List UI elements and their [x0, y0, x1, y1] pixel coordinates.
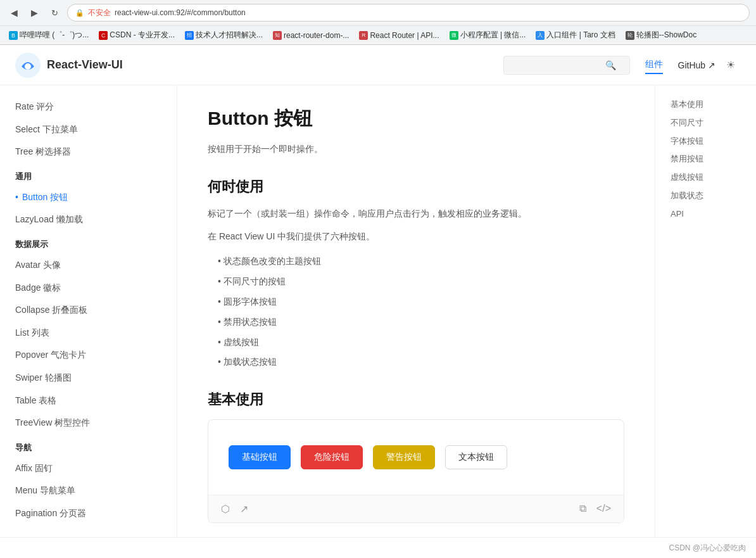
sidebar-item-swiper[interactable]: Swiper 轮播图 — [0, 367, 177, 390]
section-text-1: 标记了一个（或封装一组）操作命令，响应用户点击行为，触发相应的业务逻辑。 — [208, 206, 624, 222]
bookmark-favicon-bilibili: B — [9, 31, 18, 40]
sidebar-item-rate[interactable]: Rate 评分 — [0, 96, 177, 118]
bookmark-reactrouter[interactable]: R React Router | API... — [355, 30, 443, 41]
page-footer: CSDN @冯心心爱吃肉 — [0, 537, 756, 558]
bullet-item-5: 加载状态按钮 — [218, 352, 624, 372]
sidebar-item-label: Button 按钮 — [22, 191, 68, 204]
sidebar-item-label: Affix 固钉 — [15, 462, 53, 475]
search-input[interactable] — [512, 60, 600, 70]
sidebar-item-avatar[interactable]: Avatar 头像 — [0, 254, 177, 277]
toc-item-4[interactable]: 虚线按钮 — [665, 168, 746, 187]
sidebar-group-0: Rate 评分 Select 下拉菜单 Tree 树选择器 — [0, 96, 177, 163]
bookmark-label: 小程序配置 | 微信... — [460, 30, 526, 41]
bookmark-favicon-reactrouter: R — [359, 31, 368, 40]
logo-icon — [15, 53, 41, 78]
sidebar-item-label: Tree 树选择器 — [15, 146, 71, 158]
nav-components[interactable]: 组件 — [645, 56, 663, 74]
page-title: Button 按钮 — [208, 106, 624, 132]
theme-toggle-button[interactable]: ☀ — [721, 55, 741, 75]
sidebar-item-label: Swiper 轮播图 — [15, 372, 72, 384]
nav-github[interactable]: GitHub ↗ — [678, 58, 715, 73]
sidebar-item-button[interactable]: Button 按钮 — [0, 186, 177, 209]
expand-icon[interactable]: ⬡ — [218, 502, 232, 516]
sidebar-item-tree[interactable]: Tree 树选择器 — [0, 141, 177, 163]
toc-item-6[interactable]: API — [665, 205, 746, 224]
bookmark-label: CSDN - 专业开发... — [110, 30, 175, 41]
demo-warning-button[interactable]: 警告按钮 — [373, 445, 435, 469]
code-icon[interactable]: </> — [594, 502, 614, 516]
header-search[interactable]: 🔍 — [503, 56, 630, 75]
demo-footer-right: ⧉ </> — [577, 502, 614, 516]
section-text-2: 在 React View UI 中我们提供了六种按钮。 — [208, 229, 624, 244]
header-nav: 组件 GitHub ↗ — [645, 56, 715, 74]
bookmark-csdn[interactable]: C CSDN - 专业开发... — [95, 29, 179, 42]
demo-footer: ⬡ ↗ ⧉ </> — [208, 495, 624, 523]
reload-button[interactable]: ↻ — [47, 5, 62, 20]
sidebar-group-title-nav: 导航 — [0, 434, 177, 457]
sidebar-item-collapse[interactable]: Collapse 折叠面板 — [0, 299, 177, 322]
section-basic-use-title: 基本使用 — [208, 390, 624, 409]
sidebar-item-label: TreeView 树型控件 — [15, 417, 90, 429]
page-description: 按钮用于开始一个即时操作。 — [208, 142, 624, 157]
bookmark-router[interactable]: 知 react-router-dom-... — [269, 30, 353, 41]
sidebar-item-label: Table 表格 — [15, 395, 56, 407]
bookmark-tech[interactable]: 招 技术人才招聘解决... — [181, 29, 267, 42]
bookmark-favicon-taro: 入 — [536, 31, 545, 40]
bullet-item-3: 禁用状态按钮 — [218, 312, 624, 333]
bookmark-taro[interactable]: 入 入口组件 | Taro 文档 — [532, 29, 619, 42]
sidebar-item-treeview[interactable]: TreeView 树型控件 — [0, 412, 177, 434]
bookmark-showdoc[interactable]: 轮 轮播图--ShowDoc — [622, 29, 700, 42]
sidebar-group-nav: 导航 Affix 固钉 Menu 导航菜单 Pagination 分页器 — [0, 434, 177, 525]
address-bar[interactable]: 🔒 不安全 react-view-ui.com:92/#/common/butt… — [67, 4, 750, 22]
copy-icon[interactable]: ⧉ — [577, 502, 589, 516]
sidebar: Rate 评分 Select 下拉菜单 Tree 树选择器 通用 Button … — [0, 86, 177, 537]
toc-item-2[interactable]: 字体按钮 — [665, 132, 746, 151]
content-area: Rate 评分 Select 下拉菜单 Tree 树选择器 通用 Button … — [0, 86, 756, 537]
sidebar-item-label: Avatar 头像 — [15, 259, 61, 272]
browser-toolbar: ◀ ▶ ↻ 🔒 不安全 react-view-ui.com:92/#/commo… — [0, 0, 756, 25]
svg-point-1 — [25, 63, 31, 70]
bullet-item-4: 虚线按钮 — [218, 333, 624, 353]
sidebar-item-affix[interactable]: Affix 固钉 — [0, 457, 177, 480]
sidebar-item-label: LazyLoad 懒加载 — [15, 213, 83, 226]
sidebar-item-label: Badge 徽标 — [15, 282, 61, 295]
sidebar-group-common: 通用 Button 按钮 LazyLoad 懒加载 — [0, 163, 177, 231]
bookmark-label: 技术人才招聘解决... — [196, 30, 263, 41]
logo-area: React-View-UI — [15, 53, 503, 78]
demo-danger-button[interactable]: 危险按钮 — [301, 445, 363, 469]
demo-text-button[interactable]: 文本按钮 — [445, 445, 507, 469]
bookmark-label: react-router-dom-... — [284, 31, 349, 40]
share-icon[interactable]: ↗ — [237, 502, 251, 516]
browser-chrome: ◀ ▶ ↻ 🔒 不安全 react-view-ui.com:92/#/commo… — [0, 0, 756, 45]
sidebar-item-popover[interactable]: Popover 气泡卡片 — [0, 344, 177, 367]
toc-item-1[interactable]: 不同尺寸 — [665, 114, 746, 132]
bookmark-bilibili[interactable]: B 哔哩哔哩 (゜-゜)つ... — [5, 29, 92, 42]
section-when-to-use-title: 何时使用 — [208, 177, 624, 196]
demo-primary-button[interactable]: 基础按钮 — [229, 445, 291, 469]
sidebar-item-table[interactable]: Table 表格 — [0, 390, 177, 412]
bookmark-label: React Router | API... — [370, 31, 439, 40]
demo-content: 基础按钮 危险按钮 警告按钮 文本按钮 — [208, 420, 624, 495]
sidebar-item-label: Rate 评分 — [15, 101, 54, 113]
sidebar-item-badge[interactable]: Badge 徽标 — [0, 277, 177, 300]
address-text: react-view-ui.com:92/#/common/button — [115, 8, 741, 17]
bookmark-wechat[interactable]: 微 小程序配置 | 微信... — [446, 29, 530, 42]
sidebar-item-menu[interactable]: Menu 导航菜单 — [0, 479, 177, 502]
demo-card: 基础按钮 危险按钮 警告按钮 文本按钮 ⬡ ↗ ⧉ </> — [208, 419, 624, 523]
bookmark-label: 哔哩哔哩 (゜-゜)つ... — [20, 30, 89, 41]
toc-item-0[interactable]: 基本使用 — [665, 96, 746, 114]
back-button[interactable]: ◀ — [6, 5, 22, 20]
sidebar-item-pagination[interactable]: Pagination 分页器 — [0, 502, 177, 525]
search-icon[interactable]: 🔍 — [605, 60, 616, 70]
right-toc: 基本使用 不同尺寸 字体按钮 禁用按钮 虚线按钮 加载状态 API — [655, 86, 756, 537]
sidebar-item-lazyload[interactable]: LazyLoad 懒加载 — [0, 208, 177, 231]
toc-item-3[interactable]: 禁用按钮 — [665, 150, 746, 168]
security-label: 不安全 — [88, 8, 111, 18]
footer-text: CSDN @冯心心爱吃肉 — [669, 543, 746, 552]
sidebar-group-data: 数据展示 Avatar 头像 Badge 徽标 Collapse 折叠面板 Li… — [0, 231, 177, 434]
sidebar-item-list[interactable]: List 列表 — [0, 322, 177, 345]
sidebar-item-label: Select 下拉菜单 — [15, 124, 78, 136]
forward-button[interactable]: ▶ — [27, 5, 42, 20]
sidebar-item-select[interactable]: Select 下拉菜单 — [0, 118, 177, 141]
toc-item-5[interactable]: 加载状态 — [665, 187, 746, 205]
